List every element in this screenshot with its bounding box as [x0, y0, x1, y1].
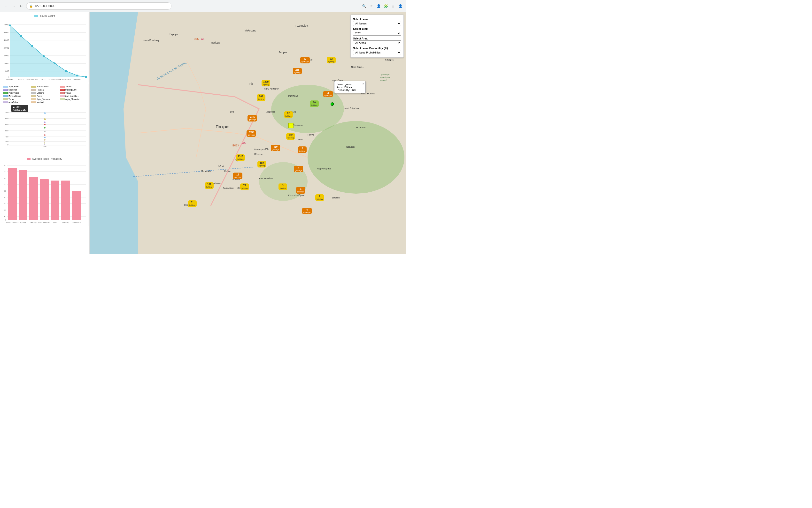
forward-button[interactable]: →: [11, 3, 16, 9]
svg-point-17: [9, 25, 11, 27]
probability-select[interactable]: All Issue Probabilities 0-25% 26-50% 51-…: [353, 50, 401, 55]
back-button[interactable]: ←: [3, 3, 9, 9]
marker-m24[interactable]: 4garbage: [302, 208, 312, 214]
marker-m7[interactable]: 92lighting: [284, 111, 293, 118]
svg-text:10: 10: [4, 215, 6, 218]
popup-area: Area: Pitítsis: [337, 86, 363, 89]
marker-m22[interactable]: 2lighting: [315, 194, 324, 201]
svg-text:protection-policy: protection-policy: [49, 78, 61, 80]
profile-icon[interactable]: 👤: [376, 3, 381, 9]
marker-m11[interactable]: 7038garbage: [247, 130, 256, 137]
svg-text:6,000: 6,000: [3, 31, 9, 34]
legend-prosfinika: Prosfinika: [3, 101, 30, 103]
svg-text:2,000: 2,000: [3, 62, 9, 65]
svg-text:40: 40: [4, 196, 6, 199]
marker-m13[interactable]: 2lighting: [298, 146, 307, 153]
marker-m4[interactable]: 1250lighting: [261, 80, 270, 86]
address-bar[interactable]: 🔒 127.0.0.1:5000: [26, 2, 171, 10]
svg-text:garbage: garbage: [31, 221, 37, 223]
area-select[interactable]: All Areas Agia_Sofia Koukouli Pirosvesti…: [353, 40, 401, 45]
svg-text:50: 50: [4, 190, 6, 192]
control-panel: Select Issue: All Issues garbage lightin…: [351, 14, 404, 57]
issue-select[interactable]: All Issues garbage lighting road-constru…: [353, 21, 401, 26]
marker-m2[interactable]: 62lighting: [327, 57, 336, 64]
small-green-dot[interactable]: [331, 102, 334, 106]
svg-text:environment: environment: [60, 78, 72, 80]
svg-text:0: 0: [5, 219, 6, 221]
svg-point-47: [44, 118, 46, 120]
issues-count-chart: Issues Count 7,000 6,000 5,000 4,000 3,0…: [1, 13, 88, 82]
svg-rect-81: [8, 168, 17, 220]
year-select[interactable]: 2021 2022 2023 2024: [353, 31, 401, 36]
svg-text:800: 800: [5, 124, 9, 126]
legend-tritaki: Tritaki: [60, 92, 86, 94]
marker-m12[interactable]: 360garbage: [271, 145, 280, 151]
legend-agia-ekaterini: Agia_Ekaterini: [60, 98, 86, 100]
bookmark-icon[interactable]: ☆: [368, 3, 374, 9]
svg-text:garbage: garbage: [6, 78, 13, 80]
marker-m16[interactable]: 4garbage: [294, 166, 303, 172]
search-icon[interactable]: 🔍: [361, 3, 367, 9]
map-area[interactable]: Πάτρα Πλατανίτης Μαλύκρειο Πέραμα Κάτω Β…: [90, 12, 406, 254]
marker-m17[interactable]: 19garbage: [233, 173, 242, 179]
legend-agia-varvara: Agia_Varvara: [31, 98, 58, 100]
svg-text:4,000: 4,000: [3, 47, 9, 49]
svg-text:600: 600: [5, 130, 9, 132]
legend-makrigianni: Makrigianni: [60, 89, 86, 91]
probability-label: Select Issue Probability (%):: [353, 47, 401, 50]
svg-text:green: green: [53, 221, 57, 223]
area-scatter-svg: 1,200 1,000 800 600 400 200 0: [1, 110, 88, 147]
marker-m6[interactable]: 20lighting: [310, 100, 319, 107]
menu-icon[interactable]: ⊞: [390, 3, 396, 9]
legend-pirosvestio: Pirosvestio: [3, 92, 30, 94]
svg-text:7,000: 7,000: [3, 24, 9, 26]
marker-yellow-square[interactable]: [288, 123, 293, 128]
chart2-legend: Agia_Sofia Tarampoura Aktaio Koukouli Pa…: [1, 84, 88, 105]
year-label: Select Year:: [353, 27, 401, 30]
marker-m14[interactable]: 1318lighting: [236, 155, 245, 161]
svg-text:plumbing: plumbing: [73, 78, 81, 80]
svg-rect-83: [29, 177, 38, 220]
svg-text:lighting: lighting: [18, 78, 24, 80]
extensions-icon[interactable]: 🧩: [383, 3, 389, 9]
svg-text:80: 80: [4, 171, 6, 173]
svg-text:road-constructor: road-constructor: [26, 78, 39, 80]
marker-m23[interactable]: 31lighting: [188, 200, 197, 207]
svg-text:3,000: 3,000: [3, 54, 9, 57]
marker-m20[interactable]: 3lighting: [279, 183, 287, 190]
svg-point-55: [44, 141, 45, 141]
legend-zarouchleika: Zarouchleika: [3, 95, 30, 97]
marker-m19[interactable]: 75lighting: [240, 183, 249, 190]
marker-m8[interactable]: 6046garbage: [247, 115, 257, 122]
reload-button[interactable]: ↻: [18, 3, 24, 9]
svg-point-21: [54, 62, 56, 65]
marker-m5[interactable]: 264lighting: [257, 94, 266, 101]
issues-count-svg: 7,000 6,000 5,000 4,000 3,000 2,000 1,00…: [1, 18, 88, 80]
legend-agia-sofia: Agia_Sofia: [3, 85, 30, 88]
svg-rect-84: [40, 179, 49, 220]
marker-m15[interactable]: 192lighting: [257, 161, 266, 167]
legend-zavlani: Zavlani: [31, 101, 58, 103]
marker-m18[interactable]: 161lighting: [205, 182, 214, 189]
svg-text:0: 0: [7, 144, 9, 146]
probability-chart: Average Issue Probability 90 80 70 60 50…: [1, 156, 88, 226]
svg-text:60: 60: [4, 183, 6, 186]
browser-chrome: ← → ↻ 🔒 127.0.0.1:5000 🔍 ☆ 👤 🧩 ⊞ 👤: [0, 0, 406, 12]
svg-point-24: [85, 76, 87, 78]
svg-point-48: [44, 122, 45, 123]
user-avatar[interactable]: 👤: [397, 3, 403, 9]
marker-m10[interactable]: 102lighting: [286, 133, 295, 140]
url-text: 127.0.0.1:5000: [34, 4, 55, 8]
svg-marker-16: [10, 26, 86, 77]
svg-point-19: [31, 45, 33, 47]
svg-point-59: [44, 144, 45, 145]
svg-text:green: green: [41, 78, 46, 80]
marker-m3[interactable]: 238lighting: [293, 68, 302, 74]
marker-m1[interactable]: 83garbage: [300, 57, 310, 64]
popup-close-button[interactable]: ×: [362, 82, 364, 85]
marker-m21[interactable]: 4garbage: [296, 187, 306, 194]
svg-text:90: 90: [4, 164, 6, 167]
marker-m9[interactable]: 2garbage: [323, 91, 333, 97]
chart1-title: Issues Count: [1, 13, 88, 18]
svg-text:plumbing: plumbing: [62, 221, 69, 223]
